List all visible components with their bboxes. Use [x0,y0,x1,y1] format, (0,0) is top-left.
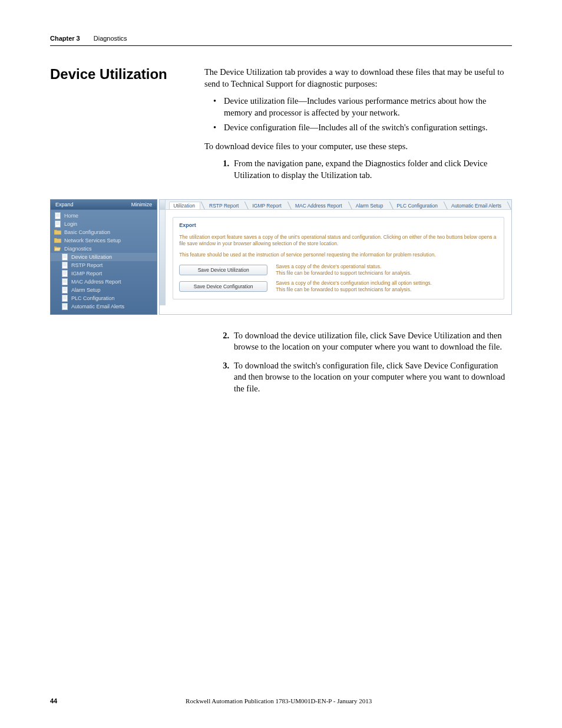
page-icon [61,286,68,294]
step-3: 3.To download the switch's configuration… [234,360,512,395]
nav-subitem-device-utilization[interactable]: Device Utilization [51,253,157,261]
nav-item-login[interactable]: Login [51,220,157,228]
step-text: To download the device utilization file,… [234,331,502,352]
page-number: 44 [50,697,57,704]
page-icon [61,278,68,285]
nav-label: Device Utilization [71,254,112,260]
tab-utilization[interactable]: Utilization [169,202,200,210]
step-2: 2.To download the device utilization fil… [234,330,512,353]
export-title: Export [179,222,498,228]
nav-label: Alarm Setup [71,287,101,293]
nav-item-network-services-setup[interactable]: Network Services Setup [51,236,157,245]
nav-label: MAC Address Report [71,279,121,285]
nav-item-home[interactable]: Home [51,212,157,220]
chapter-label: Chapter 3 [50,35,80,42]
nav-pane: Expand Minimize HomeLoginBasic Configura… [50,199,157,315]
embedded-screenshot: Expand Minimize HomeLoginBasic Configura… [50,199,512,315]
intro-paragraph-2: To download device files to your compute… [204,141,512,153]
step-text: To download the switch's configuration f… [234,361,505,393]
tab-igmp-report[interactable]: IGMP Report [249,202,286,209]
nav-item-diagnostics[interactable]: Diagnostics [51,245,157,253]
svg-rect-28 [62,295,68,301]
nav-label: Network Services Setup [64,238,121,243]
content-pane: UtilizationRSTP ReportIGMP ReportMAC Add… [159,199,512,315]
page-header: Chapter 3 Diagnostics [50,32,512,46]
bullet-item: Device utilization file—Includes various… [224,95,512,118]
tab-automatic-email-alerts[interactable]: Automatic Email Alerts [448,202,506,209]
svg-rect-12 [62,262,68,268]
export-row: Save Device UtilizationSaves a copy of t… [179,263,498,276]
nav-subitem-rstp-report[interactable]: RSTP Report [51,261,157,269]
export-row-description: Saves a copy of the device's configurati… [276,280,432,293]
save-device-configuration-button[interactable]: Save Device Configuration [179,281,267,292]
page-icon [61,303,68,310]
nav-subitem-automatic-email-alerts[interactable]: Automatic Email Alerts [51,302,157,311]
export-panel: Export The utilization export feature sa… [173,217,504,300]
export-description: The utilization export feature saves a c… [179,234,498,248]
tab-mac-address-report[interactable]: MAC Address Report [292,202,347,209]
svg-rect-8 [62,253,68,260]
page-icon [61,270,68,277]
nav-label: RSTP Report [71,262,103,268]
nav-label: IGMP Report [71,271,102,276]
nav-subitem-mac-address-report[interactable]: MAC Address Report [51,278,157,286]
page-icon [61,295,68,302]
folder-icon [54,229,61,236]
save-device-utilization-button[interactable]: Save Device Utilization [179,265,267,275]
step-1: 1.From the navigation pane, expand the D… [234,158,512,181]
nav-label: Basic Configuration [64,229,110,235]
nav-label: Home [64,213,78,219]
nav-expand-button[interactable]: Expand [55,202,74,207]
page-icon [54,212,61,219]
svg-rect-16 [62,270,68,276]
nav-label: PLC Configuration [71,295,115,301]
page-icon [54,220,61,228]
export-row-description: Saves a copy of the device's operational… [276,263,411,276]
nav-minimize-button[interactable]: Minimize [131,202,153,207]
page-icon [61,262,68,269]
nav-label: Automatic Email Alerts [71,304,124,309]
export-description-2: This feature should be used at the instr… [179,252,498,258]
publication-info: Rockwell Automation Publication 1783-UM0… [57,697,500,704]
tab-plc-configuration[interactable]: PLC Configuration [394,202,442,209]
folder-icon [54,237,61,244]
svg-rect-24 [62,286,68,293]
nav-subitem-igmp-report[interactable]: IGMP Report [51,269,157,278]
svg-rect-0 [55,212,61,219]
export-row: Save Device ConfigurationSaves a copy of… [179,280,498,293]
svg-rect-4 [55,220,61,227]
section-heading: Device Utilization [50,67,204,82]
intro-paragraph: The Device Utilization tab provides a wa… [204,67,512,90]
svg-rect-32 [62,303,68,309]
bullet-item: Device configuration file—Includes all o… [224,122,512,134]
nav-item-basic-configuration[interactable]: Basic Configuration [51,228,157,236]
page-icon [61,253,68,261]
nav-label: Login [64,221,77,227]
svg-rect-20 [62,278,68,285]
nav-label: Diagnostics [64,246,92,252]
step-text: From the navigation pane, expand the Dia… [234,159,487,180]
tab-alarm-setup[interactable]: Alarm Setup [352,202,388,209]
nav-subitem-alarm-setup[interactable]: Alarm Setup [51,286,157,294]
chapter-section: Diagnostics [94,35,127,42]
folder-open-icon [54,245,61,252]
tab-rstp-report[interactable]: RSTP Report [206,202,243,209]
nav-subitem-plc-configuration[interactable]: PLC Configuration [51,294,157,302]
